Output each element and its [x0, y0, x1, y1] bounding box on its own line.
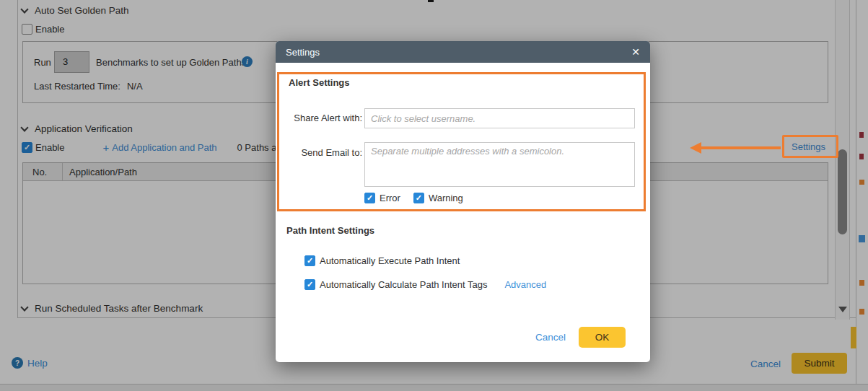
auto-execute-path-intent-checkbox[interactable]: Automatically Execute Path Intent	[304, 255, 460, 266]
share-alert-label: Share Alert with:	[281, 113, 362, 123]
checkbox-checked-icon	[364, 193, 375, 203]
dialog-header: Settings ✕	[276, 41, 650, 63]
checkbox-checked-icon	[304, 279, 315, 290]
advanced-link[interactable]: Advanced	[504, 279, 546, 290]
warning-label: Warning	[429, 193, 463, 203]
checkbox-checked-icon	[413, 193, 424, 203]
send-email-label: Send Email to:	[281, 147, 362, 158]
dialog-cancel-button[interactable]: Cancel	[535, 332, 566, 343]
annotation-arrow-icon	[690, 142, 781, 154]
checkbox-checked-icon	[304, 255, 315, 266]
close-icon[interactable]: ✕	[631, 47, 640, 57]
dialog-title: Settings	[286, 47, 320, 58]
auto-calculate-label: Automatically Calculate Path Intent Tags	[320, 279, 487, 290]
auto-execute-label: Automatically Execute Path Intent	[320, 255, 460, 266]
error-checkbox[interactable]: Error	[364, 193, 400, 203]
error-label: Error	[380, 193, 400, 203]
auto-calculate-tags-checkbox[interactable]: Automatically Calculate Path Intent Tags	[304, 279, 487, 290]
path-intent-heading: Path Intent Settings	[286, 225, 374, 236]
send-email-textarea[interactable]	[364, 142, 635, 187]
warning-checkbox[interactable]: Warning	[413, 193, 463, 203]
alert-settings-heading: Alert Settings	[289, 77, 350, 88]
share-alert-input[interactable]	[364, 108, 635, 128]
screen: Auto Set Golden Path Enable Run 3 Benchm…	[0, 0, 868, 391]
ok-button[interactable]: OK	[579, 327, 626, 348]
settings-highlight-box	[782, 135, 838, 158]
settings-dialog: Settings ✕ Alert Settings Share Alert wi…	[276, 41, 650, 362]
